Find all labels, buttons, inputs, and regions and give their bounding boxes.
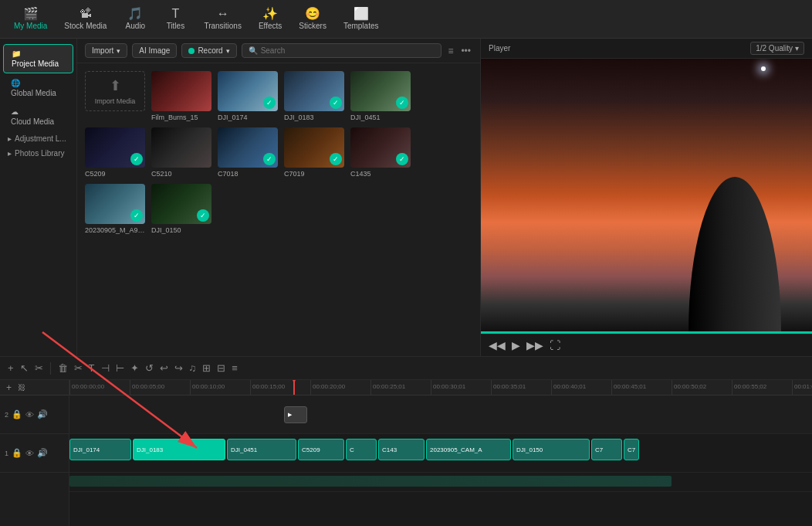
sidebar-item-cloud-media[interactable]: ☁Cloud Media: [3, 103, 73, 131]
media-item-c1435[interactable]: ✓ C1435: [350, 127, 411, 178]
playhead-cursor[interactable]: [293, 380, 295, 395]
undo-button[interactable]: ↩: [158, 361, 170, 375]
track1-lock[interactable]: 🔒: [12, 448, 22, 458]
import-media-thumb[interactable]: ⬆ Import Media: [85, 71, 145, 111]
search-box[interactable]: 🔍: [242, 43, 442, 58]
step-back-button[interactable]: ◀◀: [489, 339, 506, 351]
media-item-20230905[interactable]: ✓ 20230905_M_A9842: [85, 184, 145, 234]
more-icon[interactable]: •••: [459, 44, 472, 58]
search-input[interactable]: [261, 46, 435, 55]
media-thumb-c7018: ✓: [218, 127, 278, 168]
toolbar-divider-1: [50, 362, 51, 375]
magic-button[interactable]: ✦: [129, 361, 140, 375]
audio-sync[interactable]: ♫: [188, 361, 198, 375]
track2-clip[interactable]: ▶: [284, 406, 307, 423]
toolbar-item-effects[interactable]: ✨Effects: [251, 5, 289, 33]
track2-lock[interactable]: 🔒: [12, 409, 22, 419]
timeline-tracks[interactable]: 00:00:00;0000:00:05;0000:00:10;0000:00:1…: [69, 380, 812, 526]
import-media-item[interactable]: ⬆ Import Media: [85, 71, 145, 121]
media-item-c7018[interactable]: ✓ C7018: [218, 127, 278, 178]
timeline-clip-6[interactable]: 20230905_CAM_A: [426, 439, 511, 460]
toolbar-item-audio[interactable]: 🎵Audio: [116, 5, 154, 33]
timeline-clip-9[interactable]: C7: [624, 439, 639, 460]
media-item-c7019[interactable]: ✓ C7019: [284, 127, 344, 178]
clip-label-4: C: [350, 446, 354, 453]
more-btn[interactable]: ≡: [230, 361, 239, 375]
toolbar-item-stickers[interactable]: 😊Stickers: [291, 5, 334, 33]
toolbar-item-templates[interactable]: ⬜Templates: [336, 5, 387, 33]
toolbar-item-stock-media[interactable]: 📽Stock Media: [56, 5, 114, 33]
timeline-clip-2[interactable]: DJI_0451: [227, 439, 296, 460]
trim-button[interactable]: ⊢: [114, 361, 126, 375]
toolbar-item-transitions[interactable]: ↔Transitions: [196, 5, 249, 33]
import-button[interactable]: Import ▾: [85, 43, 127, 58]
transitions-label: Transitions: [204, 22, 242, 30]
sidebar-item-project-media[interactable]: 📁Project Media: [3, 44, 73, 73]
track1-speaker[interactable]: 🔊: [37, 448, 48, 458]
record-button[interactable]: Record ▾: [181, 43, 236, 58]
loop-button[interactable]: ↺: [144, 361, 155, 375]
stock-media-icon: 📽: [80, 8, 92, 20]
split-screen[interactable]: ⊞: [201, 361, 212, 375]
add-track-btn-2[interactable]: +: [5, 381, 13, 395]
media-item-film_burns_15[interactable]: Film_Burns_15: [151, 71, 211, 121]
timeline-clip-1[interactable]: DJI_0183: [133, 439, 225, 460]
timeline-clip-0[interactable]: DJI_0174: [69, 439, 131, 460]
timeline-ruler: 00:00:00;0000:00:05;0000:00:10;0000:00:1…: [69, 380, 812, 395]
media-label-c5210: C5210: [151, 170, 211, 178]
timeline-clip-7[interactable]: DJI_0150: [513, 439, 590, 460]
timeline-section: + ↖ ✂ 🗑 ✂ T ⊣ ⊢ ✦ ↺ ↩ ↪ ♫ ⊞ ⊟ ≡ + ⛓ 2 🔒 …: [0, 356, 812, 526]
play-button[interactable]: ▶: [512, 339, 520, 351]
chevron-down-icon: ▾: [117, 47, 120, 55]
media-item-dji_0150[interactable]: ✓ DJI_0150: [151, 184, 211, 234]
media-item-dji_0451[interactable]: ✓ DJI_0451: [350, 71, 411, 121]
sort-icon[interactable]: ≡: [446, 44, 455, 58]
media-label-c1435: C1435: [350, 170, 411, 178]
split-button[interactable]: ⊣: [100, 361, 111, 375]
fullscreen-button[interactable]: ⛶: [550, 339, 560, 351]
timeline-clip-5[interactable]: C143: [378, 439, 425, 460]
cut-button[interactable]: ✂: [73, 361, 84, 375]
timeline-clip-8[interactable]: C7: [591, 439, 622, 460]
cursor-tool[interactable]: ↖: [19, 361, 30, 375]
player-panel: Player 1/2 Quality ▾ ◀◀ ▶ ▶▶ ⛶: [480, 39, 812, 356]
ai-image-button[interactable]: AI Image: [132, 43, 177, 58]
clip-label-3: C5209: [302, 446, 320, 453]
media-label-c5209: C5209: [85, 170, 145, 178]
timeline-toolbar: + ↖ ✂ 🗑 ✂ T ⊣ ⊢ ✦ ↺ ↩ ↪ ♫ ⊞ ⊟ ≡: [0, 357, 812, 380]
templates-icon: ⬜: [354, 8, 369, 20]
sidebar-item-adjustment[interactable]: ▸Adjustment L...: [0, 131, 76, 146]
top-toolbar: 🎬My Media📽Stock Media🎵AudioTTitles↔Trans…: [0, 0, 812, 39]
media-item-dji_0174[interactable]: ✓ DJI_0174: [218, 71, 278, 121]
quality-select[interactable]: 1/2 Quality ▾: [750, 42, 804, 55]
titles-icon: T: [172, 8, 180, 20]
step-forward-button[interactable]: ▶▶: [526, 339, 543, 351]
sidebar-item-global-media[interactable]: 🌐Global Media: [3, 74, 73, 102]
timeline-clip-4[interactable]: C: [346, 439, 377, 460]
media-item-c5210[interactable]: C5210: [151, 127, 211, 178]
delete-button[interactable]: 🗑: [56, 361, 69, 375]
track2-speaker[interactable]: 🔊: [37, 409, 48, 419]
timeline-clip-3[interactable]: C5209: [298, 439, 344, 460]
media-thumb-dji_0183: ✓: [284, 71, 344, 111]
chevron-down-icon-2: ▾: [226, 47, 230, 55]
media-item-dji_0183[interactable]: ✓ DJI_0183: [284, 71, 344, 121]
detach-audio[interactable]: ⊟: [215, 361, 227, 375]
ruler-tick: 00:00:35;01: [491, 380, 526, 395]
toolbar-item-my-media[interactable]: 🎬My Media: [6, 5, 55, 33]
media-thumb-c5209: ✓: [85, 127, 145, 168]
media-item-c5209[interactable]: ✓ C5209: [85, 127, 145, 178]
toolbar-item-titles[interactable]: TTitles: [156, 5, 195, 33]
track2-eye[interactable]: 👁: [25, 410, 34, 419]
link-icon[interactable]: ⛓: [16, 382, 27, 393]
redo-button[interactable]: ↪: [173, 361, 184, 375]
add-track-button[interactable]: +: [6, 361, 15, 375]
track1-eye[interactable]: 👁: [25, 449, 34, 458]
ruler-tick: 00:00:55;02: [732, 380, 766, 395]
razor-tool[interactable]: ✂: [33, 361, 45, 375]
text-button[interactable]: T: [87, 361, 96, 375]
sidebar-item-photos[interactable]: ▸Photos Library: [0, 146, 76, 161]
player-title: Player: [489, 44, 510, 53]
media-thumb-c1435: ✓: [350, 127, 411, 168]
playhead-marker: [290, 380, 298, 383]
